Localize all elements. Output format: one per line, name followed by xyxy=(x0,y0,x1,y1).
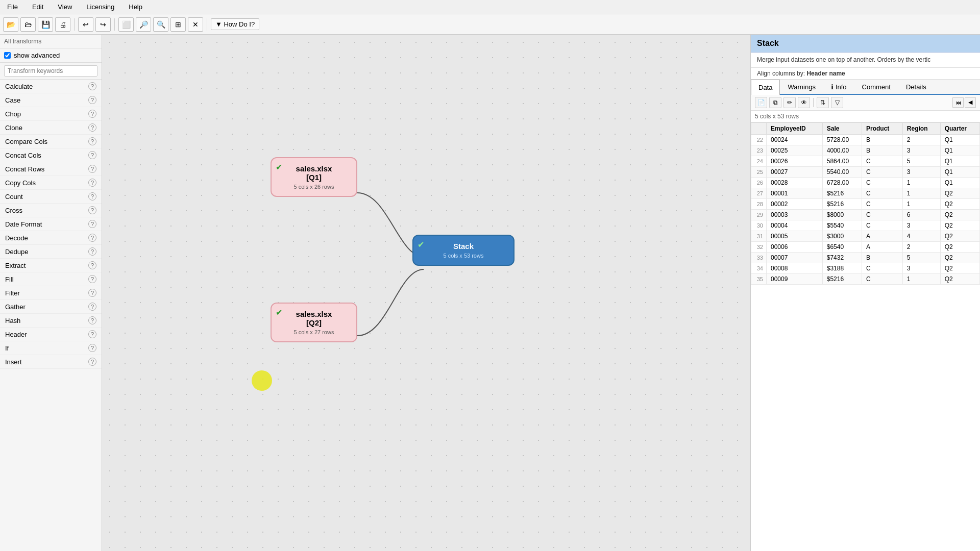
data-table: EmployeeID Sale Product Region Quarter 2… xyxy=(751,122,980,285)
node-q2-title: sales.xlsx[Q2] xyxy=(296,310,332,327)
sidebar-item-chop[interactable]: Chop ? xyxy=(0,107,102,121)
zoom-out-button[interactable]: 🔍 xyxy=(153,17,168,32)
show-advanced-row[interactable]: show advanced xyxy=(0,48,102,63)
search-input[interactable] xyxy=(4,65,97,77)
menu-file[interactable]: File xyxy=(4,2,21,12)
menu-licensing[interactable]: Licensing xyxy=(83,2,117,12)
tab-details[interactable]: Details xyxy=(898,80,934,94)
sidebar-item-fill[interactable]: Fill ? xyxy=(0,272,102,286)
sidebar-item-hash[interactable]: Hash ? xyxy=(0,314,102,328)
sidebar-item-extract[interactable]: Extract ? xyxy=(0,259,102,272)
open-folder-button[interactable]: 🗁 xyxy=(20,17,36,32)
sidebar-help-dedupe[interactable]: ? xyxy=(88,247,96,256)
sidebar-item-if[interactable]: If ? xyxy=(0,341,102,355)
copy-button[interactable]: ⧉ xyxy=(769,97,781,108)
data-table-container[interactable]: EmployeeID Sale Product Region Quarter 2… xyxy=(751,122,980,551)
cell-employeeid: 00001 xyxy=(767,188,823,198)
sidebar-help-compare-cols[interactable]: ? xyxy=(88,137,96,145)
sidebar-help-header[interactable]: ? xyxy=(88,330,96,338)
undo-button[interactable]: ↩ xyxy=(78,17,93,32)
col-quarter[interactable]: Quarter xyxy=(940,122,979,134)
sidebar-help-fill[interactable]: ? xyxy=(88,275,96,283)
sidebar-help-copy-cols[interactable]: ? xyxy=(88,179,96,187)
sort-button[interactable]: ⇅ xyxy=(817,97,829,108)
nav-first-button[interactable]: ⏮ xyxy=(952,97,964,108)
sidebar-item-filter[interactable]: Filter ? xyxy=(0,286,102,300)
sidebar-item-concat-cols[interactable]: Concat Cols ? xyxy=(0,148,102,162)
sidebar-item-insert[interactable]: Insert ? xyxy=(0,355,102,369)
cell-product: C xyxy=(862,156,903,166)
sidebar-help-extract[interactable]: ? xyxy=(88,261,96,269)
sidebar-item-dedupe[interactable]: Dedupe ? xyxy=(0,245,102,259)
cell-sale: 5864.00 xyxy=(822,156,862,166)
sidebar-item-concat-rows[interactable]: Concat Rows ? xyxy=(0,162,102,176)
col-sale[interactable]: Sale xyxy=(822,122,862,134)
filter-button[interactable]: ▽ xyxy=(831,97,843,108)
sidebar-help-count[interactable]: ? xyxy=(88,192,96,201)
export-button[interactable]: 📄 xyxy=(755,97,767,108)
print-button[interactable]: 🖨 xyxy=(55,17,70,32)
col-product[interactable]: Product xyxy=(862,122,903,134)
tab-comment[interactable]: Comment xyxy=(854,80,898,94)
sidebar-help-decode[interactable]: ? xyxy=(88,234,96,242)
sidebar-help-gather[interactable]: ? xyxy=(88,303,96,311)
tab-warnings[interactable]: Warnings xyxy=(780,80,823,94)
zoom-in-button[interactable]: 🔎 xyxy=(136,17,151,32)
fit-button[interactable]: ⊞ xyxy=(170,17,186,32)
sidebar-help-cross[interactable]: ? xyxy=(88,206,96,214)
sidebar-help-filter[interactable]: ? xyxy=(88,289,96,297)
sidebar-help-date-format[interactable]: ? xyxy=(88,220,96,228)
new-button[interactable]: ⬜ xyxy=(118,17,134,32)
cell-sale: $5216 xyxy=(822,188,862,198)
open-file-button[interactable]: 📂 xyxy=(3,17,18,32)
show-advanced-checkbox[interactable] xyxy=(4,52,11,59)
sidebar-item-clone[interactable]: Clone ? xyxy=(0,121,102,135)
sidebar-help-clone[interactable]: ? xyxy=(88,123,96,132)
cell-rownum: 34 xyxy=(751,263,767,273)
sidebar-help-case[interactable]: ? xyxy=(88,96,96,104)
sidebar-item-copy-cols[interactable]: Copy Cols ? xyxy=(0,176,102,190)
close-button[interactable]: ✕ xyxy=(188,17,203,32)
sidebar-help-concat-rows[interactable]: ? xyxy=(88,165,96,173)
edit-button[interactable]: ✏ xyxy=(783,97,796,108)
cell-product: A xyxy=(862,231,903,241)
sidebar-item-compare-cols[interactable]: Compare Cols ? xyxy=(0,135,102,148)
col-region[interactable]: Region xyxy=(902,122,940,134)
sidebar-item-date-format[interactable]: Date Format ? xyxy=(0,217,102,231)
sidebar-item-case[interactable]: Case ? xyxy=(0,93,102,107)
node-q2[interactable]: ✔ sales.xlsx[Q2] 5 cols x 27 rows xyxy=(271,303,357,342)
canvas-background xyxy=(102,35,750,551)
sidebar-item-cross[interactable]: Cross ? xyxy=(0,204,102,217)
sidebar-item-header[interactable]: Header ? xyxy=(0,328,102,341)
cell-sale: 6728.00 xyxy=(822,177,862,188)
cell-region: 1 xyxy=(902,273,940,284)
view-button[interactable]: 👁 xyxy=(798,97,810,108)
sidebar-help-chop[interactable]: ? xyxy=(88,110,96,118)
tab-data[interactable]: Data xyxy=(751,80,780,95)
how-do-i-button[interactable]: ▼ How Do I? xyxy=(211,18,259,30)
cell-quarter: Q1 xyxy=(940,145,979,156)
sidebar-item-gather[interactable]: Gather ? xyxy=(0,300,102,314)
tab-info[interactable]: ℹ Info xyxy=(823,80,854,94)
sidebar-item-decode[interactable]: Decode ? xyxy=(0,231,102,245)
sidebar-help-calculate[interactable]: ? xyxy=(88,82,96,90)
cell-sale: $5216 xyxy=(822,273,862,284)
sidebar-help-hash[interactable]: ? xyxy=(88,316,96,324)
cell-rownum: 33 xyxy=(751,252,767,263)
node-q1[interactable]: ✔ sales.xlsx[Q1] 5 cols x 26 rows xyxy=(271,157,357,197)
menu-help[interactable]: Help xyxy=(126,2,145,12)
redo-button[interactable]: ↪ xyxy=(95,17,111,32)
sidebar-label-extract: Extract xyxy=(5,262,26,269)
sidebar-help-if[interactable]: ? xyxy=(88,344,96,352)
sidebar-item-calculate[interactable]: Calculate ? xyxy=(0,80,102,93)
col-employeeid[interactable]: EmployeeID xyxy=(767,122,823,134)
save-button[interactable]: 💾 xyxy=(38,17,53,32)
sidebar-item-count[interactable]: Count ? xyxy=(0,190,102,204)
sidebar-help-insert[interactable]: ? xyxy=(88,358,96,366)
nav-prev-button[interactable]: ◀ xyxy=(965,97,976,108)
menu-edit[interactable]: Edit xyxy=(29,2,46,12)
menu-view[interactable]: View xyxy=(55,2,75,12)
sidebar-help-concat-cols[interactable]: ? xyxy=(88,151,96,159)
node-stack[interactable]: ✔ Stack 5 cols x 53 rows xyxy=(412,235,514,266)
cell-quarter: Q2 xyxy=(940,220,979,231)
